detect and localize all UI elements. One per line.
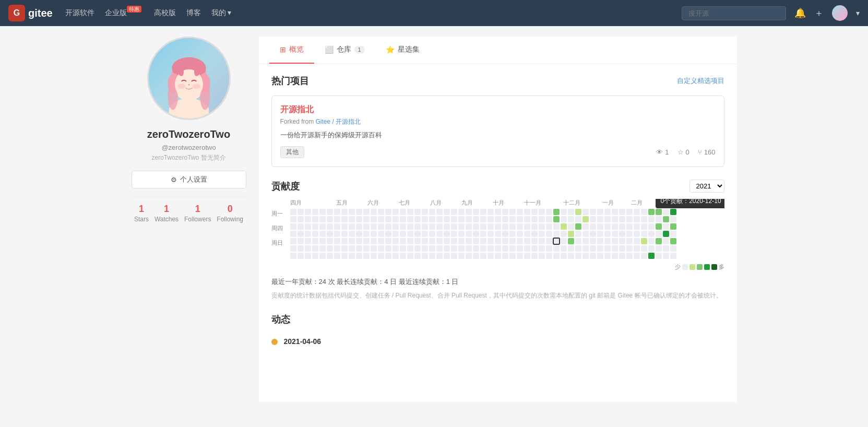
- heatmap-cell[interactable]: [414, 216, 421, 222]
- heatmap-cell[interactable]: [663, 253, 669, 259]
- heatmap-cell[interactable]: [590, 231, 596, 237]
- heatmap-cell[interactable]: [290, 245, 296, 252]
- tab-stars[interactable]: ⭐ 星选集: [375, 37, 430, 64]
- heatmap-cell[interactable]: [341, 253, 348, 259]
- heatmap-cell[interactable]: [312, 253, 318, 259]
- heatmap-cell[interactable]: [648, 253, 655, 259]
- heatmap-cell[interactable]: [334, 245, 340, 252]
- heatmap-cell[interactable]: [298, 245, 304, 252]
- heatmap-cell[interactable]: [524, 231, 530, 237]
- heatmap-cell[interactable]: [509, 253, 516, 259]
- heatmap-cell[interactable]: [641, 223, 647, 230]
- heatmap-cell[interactable]: [670, 238, 676, 244]
- heatmap-cell[interactable]: [575, 238, 581, 244]
- heatmap-cell[interactable]: [670, 209, 676, 215]
- heatmap-cell[interactable]: [546, 245, 552, 252]
- heatmap-cell[interactable]: [590, 253, 596, 259]
- heatmap-cell[interactable]: [568, 245, 574, 252]
- heatmap-cell[interactable]: [327, 238, 333, 244]
- heatmap-cell[interactable]: [298, 209, 304, 215]
- heatmap-cell[interactable]: [444, 245, 450, 252]
- heatmap-cell[interactable]: [568, 238, 574, 244]
- heatmap-cell[interactable]: [407, 231, 413, 237]
- heatmap-cell[interactable]: [400, 209, 406, 215]
- heatmap-cell[interactable]: [290, 209, 296, 215]
- heatmap-cell[interactable]: [531, 223, 538, 230]
- heatmap-cell[interactable]: [422, 223, 428, 230]
- heatmap-cell[interactable]: [663, 216, 669, 222]
- heatmap-cell[interactable]: [539, 238, 545, 244]
- heatmap-cell[interactable]: [349, 209, 355, 215]
- heatmap-cell[interactable]: [407, 253, 413, 259]
- heatmap-cell[interactable]: [663, 231, 669, 237]
- heatmap-cell[interactable]: [641, 245, 647, 252]
- heatmap-cell[interactable]: [495, 238, 501, 244]
- heatmap-cell[interactable]: [604, 253, 611, 259]
- heatmap-cell[interactable]: [626, 209, 633, 215]
- nav-enterprise[interactable]: 企业版 特惠: [105, 8, 144, 18]
- heatmap-cell[interactable]: [436, 209, 443, 215]
- heatmap-cell[interactable]: [619, 216, 625, 222]
- heatmap-cell[interactable]: [575, 245, 581, 252]
- avatar-dropdown-icon[interactable]: ▾: [856, 9, 860, 17]
- heatmap-cell[interactable]: [575, 209, 581, 215]
- heatmap-cell[interactable]: [319, 245, 326, 252]
- heatmap-cell[interactable]: [517, 223, 523, 230]
- heatmap-cell[interactable]: [458, 238, 465, 244]
- heatmap-cell[interactable]: [509, 231, 516, 237]
- heatmap-cell[interactable]: [414, 223, 421, 230]
- heatmap-cell[interactable]: [495, 216, 501, 222]
- heatmap-cell[interactable]: [561, 231, 567, 237]
- heatmap-cell[interactable]: [429, 216, 435, 222]
- heatmap-cell[interactable]: [561, 245, 567, 252]
- heatmap-cell[interactable]: [575, 223, 581, 230]
- heatmap-cell[interactable]: [604, 231, 611, 237]
- search-input[interactable]: [682, 6, 786, 20]
- heatmap-cell[interactable]: [480, 216, 486, 222]
- heatmap-cell[interactable]: [371, 238, 377, 244]
- heatmap-cell[interactable]: [414, 238, 421, 244]
- heatmap-cell[interactable]: [626, 216, 633, 222]
- heatmap-cell[interactable]: [371, 245, 377, 252]
- add-icon[interactable]: ＋: [814, 7, 824, 19]
- heatmap-cell[interactable]: [663, 209, 669, 215]
- heatmap-cell[interactable]: [531, 253, 538, 259]
- heatmap-cell[interactable]: [634, 216, 640, 222]
- heatmap-cell[interactable]: [466, 223, 472, 230]
- heatmap-cell[interactable]: [619, 231, 625, 237]
- heatmap-cell[interactable]: [371, 231, 377, 237]
- heatmap-cell[interactable]: [597, 253, 603, 259]
- heatmap-cell[interactable]: [604, 238, 611, 244]
- heatmap-cell[interactable]: [327, 209, 333, 215]
- heatmap-cell[interactable]: [473, 238, 479, 244]
- heatmap-cell[interactable]: [473, 216, 479, 222]
- heatmap-cell[interactable]: [400, 223, 406, 230]
- heatmap-cell[interactable]: [414, 209, 421, 215]
- heatmap-cell[interactable]: [641, 209, 647, 215]
- heatmap-cell[interactable]: [648, 238, 655, 244]
- heatmap-cell[interactable]: [466, 245, 472, 252]
- heatmap-cell[interactable]: [487, 238, 494, 244]
- heatmap-cell[interactable]: [561, 238, 567, 244]
- heatmap-cell[interactable]: [458, 253, 465, 259]
- heatmap-cell[interactable]: [378, 238, 384, 244]
- heatmap-cell[interactable]: [290, 231, 296, 237]
- heatmap-cell[interactable]: [524, 223, 530, 230]
- heatmap-cell[interactable]: [466, 209, 472, 215]
- heatmap-cell[interactable]: [363, 223, 370, 230]
- heatmap-cell[interactable]: [305, 223, 311, 230]
- heatmap-cell[interactable]: [546, 223, 552, 230]
- heatmap-cell[interactable]: [298, 238, 304, 244]
- heatmap-cell[interactable]: [298, 223, 304, 230]
- heatmap-cell[interactable]: [634, 209, 640, 215]
- heatmap-cell[interactable]: [312, 231, 318, 237]
- heatmap-cell[interactable]: [451, 238, 457, 244]
- heatmap-cell[interactable]: [597, 245, 603, 252]
- heatmap-cell[interactable]: [604, 216, 611, 222]
- heatmap-cell[interactable]: [371, 216, 377, 222]
- heatmap-cell[interactable]: [436, 245, 443, 252]
- heatmap-cell[interactable]: [553, 209, 560, 215]
- heatmap-cell[interactable]: [568, 253, 574, 259]
- heatmap-cell[interactable]: [414, 245, 421, 252]
- heatmap-cell[interactable]: [597, 209, 603, 215]
